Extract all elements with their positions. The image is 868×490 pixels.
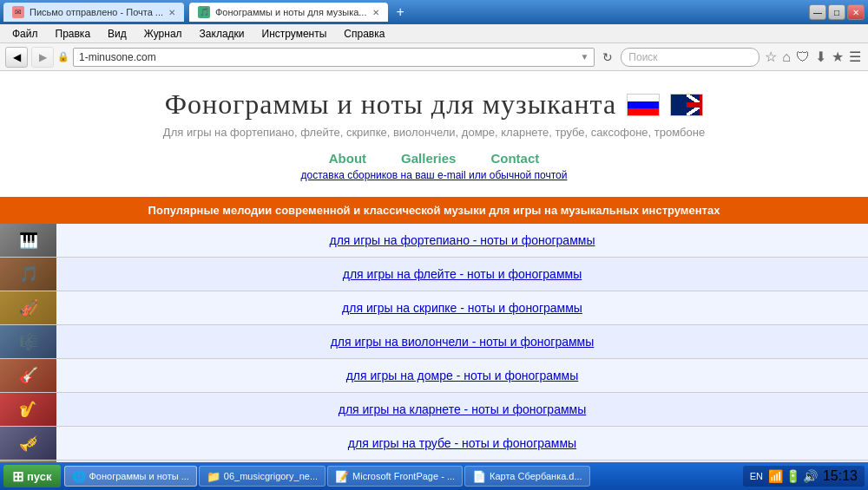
tab-site-label: Фонограммы и ноты для музыка... — [215, 7, 367, 17]
music-link[interactable]: для игры на домре - ноты и фонограммы — [346, 369, 579, 382]
music-link[interactable]: для игры на фортепиано - ноты и фонограм… — [330, 233, 595, 247]
start-button[interactable]: ⊞ пуск — [3, 465, 61, 487]
start-icon: ⊞ — [12, 468, 23, 485]
refresh-button[interactable]: ↻ — [598, 48, 617, 67]
thumb-image: 🎸 — [0, 359, 56, 392]
tab-email-close[interactable]: ✕ — [168, 8, 175, 17]
link-cell: для игры на домре - ноты и фонограммы — [56, 359, 868, 393]
tab-site[interactable]: 🎵 Фонограммы и ноты для музыка... ✕ — [189, 3, 388, 22]
taskbar-item[interactable]: 🌐Фонограммы и ноты ... — [64, 466, 197, 487]
link-cell: для игры на трубе - ноты и фонограммы — [56, 427, 868, 461]
battery-icon: 🔋 — [786, 469, 800, 483]
nav-contact[interactable]: Contact — [490, 151, 539, 166]
menu-bar: Файл Правка Вид Журнал Закладки Инструме… — [0, 24, 868, 43]
taskbar-item-icon: 🌐 — [72, 470, 86, 483]
menu-tools[interactable]: Инструменты — [255, 26, 334, 42]
clock-time: 15:13 — [823, 467, 858, 484]
music-link[interactable]: для игры на трубе - ноты и фонограммы — [348, 436, 576, 450]
forward-button[interactable]: ▶ — [31, 47, 54, 68]
menu-journal[interactable]: Журнал — [137, 26, 189, 42]
site-title-text: Фонограммы и ноты для музыканта — [165, 88, 616, 121]
tab-site-close[interactable]: ✕ — [372, 8, 379, 17]
title-bar-left: ✉ Письмо отправлено - Почта ... ✕ 🎵 Фоно… — [3, 3, 806, 22]
table-row: 🎺 для игры на трубе - ноты и фонограммы — [0, 427, 868, 461]
search-bar[interactable]: Поиск — [621, 48, 760, 67]
music-link[interactable]: для игры на виолончели - ноты и фонограм… — [331, 335, 595, 349]
taskbar-item-icon: 📄 — [472, 470, 486, 483]
nav-icons: ☆ ⌂ 🛡 ⬇ ★ ☰ — [763, 49, 863, 65]
music-link[interactable]: для игры на скрипке - ноты и фонограммы — [342, 301, 582, 315]
nav-bar: ◀ ▶ 🔒 1-minusone.com ▼ ↻ Поиск ☆ ⌂ 🛡 ⬇ ★… — [0, 43, 868, 71]
thumb-cell: 🎼 — [0, 325, 56, 359]
links-table: 🎹 для игры на фортепиано - ноты и фоногр… — [0, 224, 868, 462]
taskbar-item[interactable]: 📁06_musicgrigory_ne... — [199, 466, 326, 487]
os-frame: ✉ Письмо отправлено - Почта ... ✕ 🎵 Фоно… — [0, 0, 868, 490]
start-label: пуск — [27, 470, 52, 483]
url-dropdown-icon[interactable]: ▼ — [580, 52, 589, 62]
music-link[interactable]: для игры на кларнете - ноты и фонограммы — [339, 402, 587, 416]
menu-bookmarks[interactable]: Закладки — [193, 26, 252, 42]
link-cell: для игры на кларнете - ноты и фонограммы — [56, 393, 868, 427]
taskbar-item-label: Фонограммы и ноты ... — [89, 471, 189, 481]
menu-view[interactable]: Вид — [101, 26, 134, 42]
music-link[interactable]: для игры на флейте - ноты и фонограммы — [343, 267, 582, 281]
site-header: Фонограммы и ноты для музыканта Для игры… — [0, 71, 868, 197]
table-row: 🎷 для игры на кларнете - ноты и фонограм… — [0, 393, 868, 427]
table-row: 🎵 для игры на флейте - ноты и фонограммы — [0, 258, 868, 291]
link-cell: для игры на виолончели - ноты и фонограм… — [56, 325, 868, 359]
orange-banner: Популярные мелодии современной и классич… — [0, 197, 868, 224]
site-subtitle: Для игры на фортепиано, флейте, скрипке,… — [9, 126, 859, 139]
thumb-cell: 🎵 — [0, 258, 56, 291]
taskbar-item-icon: 📝 — [335, 470, 349, 483]
nav-about[interactable]: About — [329, 151, 366, 166]
uk-flag[interactable] — [670, 94, 703, 116]
thumb-cell: 🎺 — [0, 427, 56, 461]
link-cell: для игры на флейте - ноты и фонограммы — [56, 258, 868, 291]
taskbar-right: EN 📶 🔋 🔊 15:13 — [743, 466, 865, 487]
thumb-image: 🎷 — [0, 393, 56, 426]
link-cell: для игры на скрипке - ноты и фонограммы — [56, 291, 868, 325]
site-nav: About Galleries Contact — [9, 144, 859, 169]
taskbar-item[interactable]: 📄Карта Сбербанка.d... — [464, 466, 590, 487]
url-text: 1-minusone.com — [79, 51, 576, 63]
title-bar: ✉ Письмо отправлено - Почта ... ✕ 🎵 Фоно… — [0, 0, 868, 24]
menu-file[interactable]: Файл — [5, 26, 45, 42]
audio-icon: 🔊 — [803, 469, 818, 483]
russian-flag[interactable] — [627, 94, 660, 116]
thumb-image: 🎹 — [0, 224, 56, 257]
favorites-icon[interactable]: ★ — [830, 49, 845, 65]
taskbar-sys-icons: 📶 🔋 🔊 — [768, 469, 818, 483]
network-icon: 📶 — [768, 469, 783, 483]
shield-icon[interactable]: 🛡 — [794, 49, 812, 65]
close-button[interactable]: ✕ — [847, 4, 865, 20]
thumb-image: 🎵 — [0, 258, 56, 291]
thumb-image: 🎺 — [0, 427, 56, 460]
new-tab-button[interactable]: + — [393, 4, 408, 20]
maximize-button[interactable]: □ — [828, 4, 845, 20]
minimize-button[interactable]: — — [809, 4, 826, 20]
table-row: 🎻 для игры на скрипке - ноты и фонограмм… — [0, 291, 868, 325]
taskbar-lang: EN — [750, 471, 763, 481]
back-button[interactable]: ◀ — [5, 47, 28, 68]
taskbar-items: 🌐Фонограммы и ноты ...📁06_musicgrigory_n… — [64, 466, 740, 487]
menu-help[interactable]: Справка — [337, 26, 391, 42]
site-tab-icon: 🎵 — [198, 6, 210, 18]
download-icon[interactable]: ⬇ — [813, 49, 828, 65]
home-icon[interactable]: ⌂ — [780, 49, 792, 65]
title-bar-controls: — □ ✕ — [809, 4, 865, 20]
taskbar-item-label: 06_musicgrigory_ne... — [224, 471, 318, 481]
taskbar-item-icon: 📁 — [207, 470, 220, 483]
delivery-link[interactable]: доставка сборников на ваш e-mail или обы… — [9, 169, 859, 188]
thumb-cell: 🎷 — [0, 393, 56, 427]
taskbar: ⊞ пуск 🌐Фонограммы и ноты ...📁06_musicgr… — [0, 462, 868, 490]
taskbar-item[interactable]: 📝Microsoft FrontPage - ... — [327, 466, 463, 487]
tab-email[interactable]: ✉ Письмо отправлено - Почта ... ✕ — [3, 3, 184, 22]
nav-galleries[interactable]: Galleries — [401, 151, 456, 166]
url-bar[interactable]: 1-minusone.com ▼ — [73, 48, 595, 67]
browser-content: Фонограммы и ноты для музыканта Для игры… — [0, 71, 868, 462]
tab-email-label: Письмо отправлено - Почта ... — [30, 7, 163, 17]
bookmark-star-icon[interactable]: ☆ — [763, 49, 779, 65]
menu-hamburger-icon[interactable]: ☰ — [847, 49, 863, 65]
site-title: Фонограммы и ноты для музыканта — [9, 88, 859, 121]
menu-edit[interactable]: Правка — [49, 26, 98, 42]
